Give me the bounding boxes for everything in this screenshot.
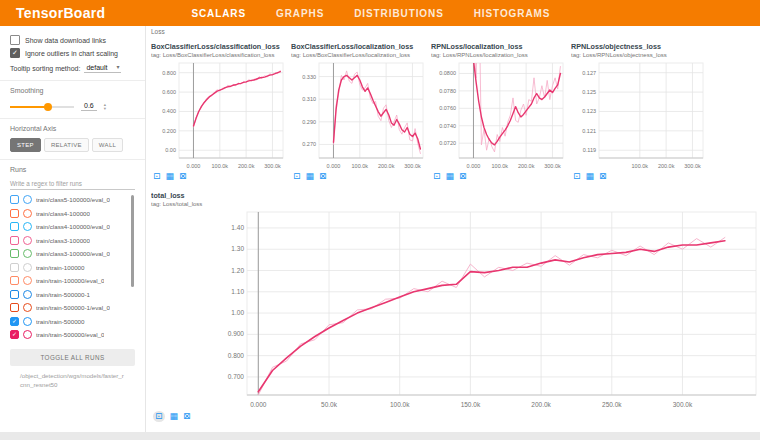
fit-data-icon[interactable]: ▦ [586,172,595,181]
chart-title: total_loss [151,191,288,200]
run-item[interactable]: train/train-500000-1 [10,288,135,302]
svg-text:1.10: 1.10 [231,288,244,295]
run-item[interactable]: train/class3-100000 [10,234,135,248]
fullscreen-icon[interactable]: ⊡ [293,172,301,181]
flush-domain-icon[interactable]: ⊠ [319,172,327,181]
chart-actions: ⊡▦⊠ [151,411,288,422]
run-label: train/class5-100000/eval_0 [36,196,110,203]
run-item[interactable]: train/class4-100000/eval_0 [10,220,135,234]
run-checkbox[interactable] [10,222,19,231]
settings-sidebar: Show data download links ✓ Ignore outlie… [0,26,146,432]
axis-wall-button[interactable]: WALL [92,138,123,152]
fullscreen-icon[interactable]: ⊡ [433,172,441,181]
chart-actions: ⊡▦⊠ [291,172,428,181]
fit-data-icon[interactable]: ▦ [306,172,315,181]
run-item[interactable]: train/class5-100000/eval_0 [10,193,135,207]
fullscreen-icon[interactable]: ⊡ [573,172,581,181]
runs-filter-input[interactable]: Write a regex to filter runs [10,179,135,190]
svg-text:200.0k: 200.0k [378,163,395,169]
flush-domain-icon[interactable]: ⊠ [459,172,467,181]
flush-domain-icon[interactable]: ⊠ [599,172,607,181]
chart-title: BoxClassifierLoss/classification_loss [151,42,288,51]
fit-data-icon[interactable]: ▦ [446,172,455,181]
tab-scalars[interactable]: SCALARS [191,8,246,19]
axis-step-button[interactable]: STEP [10,138,41,152]
run-item[interactable]: ✓train/train-500000/eval_0 [10,328,135,342]
svg-text:0.0740: 0.0740 [439,123,456,129]
chart-plot[interactable]: 0.000.2000.4000.6000.8000.000100.0k200.0… [151,59,288,171]
smoothing-slider-thumb[interactable] [44,103,52,111]
svg-text:0.270: 0.270 [302,141,316,147]
fit-data-icon[interactable]: ▦ [170,412,179,421]
svg-text:1.40: 1.40 [231,224,244,231]
show-download-links-row[interactable]: Show data download links [10,35,135,45]
chart-plot[interactable]: 0.2700.2900.3100.3300.000100.0k200.0k300… [291,59,428,171]
chart-plot[interactable]: 0.07200.07400.07600.07800.08000.000100.0… [431,59,568,171]
smoothing-stepper[interactable]: ▴ ▾ [104,103,106,111]
run-item[interactable]: ✓train/train-500000 [10,315,135,329]
run-item[interactable]: train/class3-100000/eval_0 [10,247,135,261]
runs-scrollbar[interactable] [131,195,134,287]
fullscreen-icon[interactable]: ⊡ [153,172,161,181]
run-checkbox[interactable] [10,209,19,218]
svg-text:300.0k: 300.0k [684,163,701,169]
chart-tag: tag: Loss/RPNLoss/objectness_loss [571,52,708,58]
run-item[interactable]: train/train-500000-1/eval_0 [10,301,135,315]
stepper-down-icon[interactable]: ▾ [104,107,106,111]
show-download-links-checkbox[interactable] [10,35,20,45]
svg-text:0.310: 0.310 [302,96,316,102]
flush-domain-icon[interactable]: ⊠ [179,172,187,181]
tab-distributions[interactable]: DISTRIBUTIONS [354,8,443,19]
run-checkbox[interactable] [10,249,19,258]
run-checkbox[interactable] [10,263,19,272]
run-label: train/train-100000/eval_0 [36,277,104,284]
svg-text:50.0k: 50.0k [321,401,338,408]
smoothing-slider-fill [10,106,48,108]
main-tabs: SCALARS GRAPHS DISTRIBUTIONS HISTOGRAMS [191,8,550,19]
general-settings-section: Show data download links ✓ Ignore outlie… [0,26,145,81]
chart-title: BoxClassifierLoss/localization_loss [291,42,428,51]
run-color-circle [23,249,32,258]
run-checkbox[interactable] [10,236,19,245]
axis-relative-button[interactable]: RELATIVE [44,138,89,152]
svg-text:1.30: 1.30 [231,245,244,252]
scalar-chart-card: BoxClassifierLoss/localization_losstag: … [291,42,428,181]
run-item[interactable]: train/class4-100000 [10,207,135,221]
run-label: train/train-500000-1 [36,291,90,298]
smoothing-value-input[interactable]: 0.6 [81,102,97,111]
ignore-outliers-checkbox[interactable]: ✓ [10,48,20,58]
run-color-circle [23,290,32,299]
chart-plot[interactable]: 0.1190.1210.1230.1250.127100.0k200.0k300… [571,59,708,171]
run-checkbox[interactable]: ✓ [10,317,19,326]
flush-domain-icon[interactable]: ⊠ [183,412,191,421]
svg-text:0.900: 0.900 [228,330,245,337]
fit-data-icon[interactable]: ▦ [166,172,175,181]
chart-plot[interactable]: 0.7000.8000.9001.001.101.201.301.400.000… [151,208,760,410]
svg-text:0.000: 0.000 [467,163,481,169]
run-checkbox[interactable]: ✓ [10,330,19,339]
ignore-outliers-row[interactable]: ✓ Ignore outliers in chart scaling [10,48,135,58]
svg-text:0.119: 0.119 [583,147,596,153]
run-checkbox[interactable] [10,276,19,285]
run-color-circle [23,276,32,285]
tooltip-sorting-select[interactable]: default ▾ [84,64,121,73]
chart-tag: tag: Loss/BoxClassifierLoss/localization… [291,52,428,58]
smoothing-slider[interactable] [10,106,74,108]
run-checkbox[interactable] [10,290,19,299]
fullscreen-icon[interactable]: ⊡ [153,411,165,422]
tab-histograms[interactable]: HISTOGRAMS [474,8,551,19]
toggle-all-runs-button[interactable]: TOGGLE ALL RUNS [10,349,135,366]
run-checkbox[interactable] [10,303,19,312]
run-color-circle [23,195,32,204]
tab-graphs[interactable]: GRAPHS [276,8,324,19]
show-download-links-label: Show data download links [25,37,106,44]
run-item[interactable]: train/train-100000/eval_0 [10,274,135,288]
smoothing-section: Smoothing 0.6 ▴ ▾ [0,81,145,119]
category-label: Loss [151,28,165,35]
svg-text:0.330: 0.330 [302,74,316,80]
run-checkbox[interactable] [10,195,19,204]
run-item[interactable]: train/train-100000 [10,261,135,275]
svg-text:100.0k: 100.0k [352,163,369,169]
scalar-chart-card: RPNLoss/localization_losstag: Loss/RPNLo… [431,42,568,181]
run-label: train/train-500000-1/eval_0 [36,304,110,311]
